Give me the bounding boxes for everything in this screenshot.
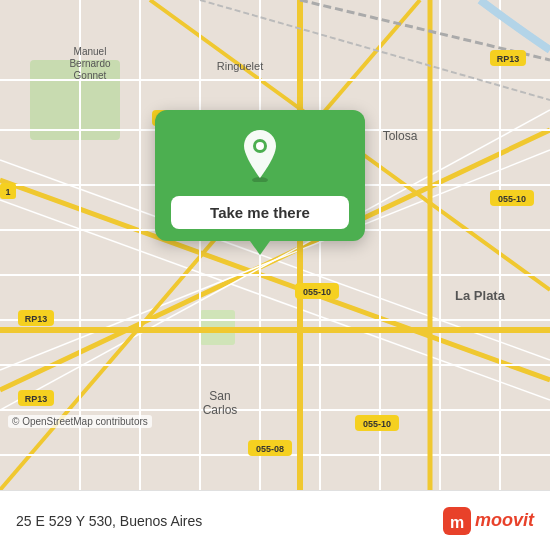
svg-text:La Plata: La Plata <box>455 288 506 303</box>
svg-text:055-10: 055-10 <box>363 419 391 429</box>
location-pin-icon <box>233 128 287 182</box>
svg-text:055-08: 055-08 <box>256 444 284 454</box>
svg-text:1: 1 <box>5 187 10 197</box>
svg-text:Manuel: Manuel <box>74 46 107 57</box>
svg-point-61 <box>256 142 264 150</box>
map-container: Manuel Bernardo Gonnet Ringuelet Tolosa … <box>0 0 550 490</box>
svg-text:055-10: 055-10 <box>303 287 331 297</box>
bottom-bar: 25 E 529 Y 530, Buenos Aires m moovit <box>0 490 550 550</box>
svg-text:055-10: 055-10 <box>498 194 526 204</box>
svg-text:m: m <box>450 514 464 531</box>
svg-text:RP13: RP13 <box>25 314 48 324</box>
address-text: 25 E 529 Y 530, Buenos Aires <box>16 513 202 529</box>
svg-text:Gonnet: Gonnet <box>74 70 107 81</box>
svg-text:Carlos: Carlos <box>203 403 238 417</box>
svg-text:Ringuelet: Ringuelet <box>217 60 263 72</box>
svg-text:Bernardo: Bernardo <box>69 58 111 69</box>
moovit-brand-name: moovit <box>475 510 534 531</box>
svg-text:RP13: RP13 <box>497 54 520 64</box>
osm-credit: © OpenStreetMap contributors <box>8 415 152 428</box>
svg-text:Tolosa: Tolosa <box>383 129 418 143</box>
moovit-app-icon: m <box>443 507 471 535</box>
svg-text:San: San <box>209 389 230 403</box>
location-card: Take me there <box>155 110 365 241</box>
moovit-logo: m moovit <box>443 507 534 535</box>
take-me-there-button[interactable]: Take me there <box>171 196 349 229</box>
svg-text:RP13: RP13 <box>25 394 48 404</box>
